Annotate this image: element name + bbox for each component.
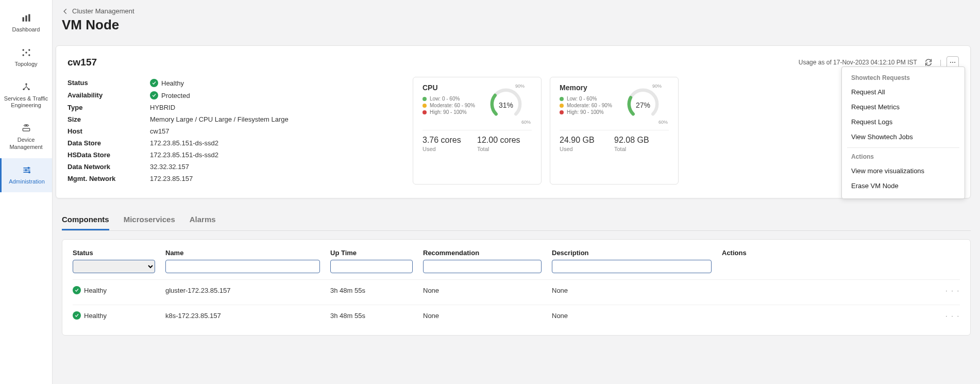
detail-value: Protected (150, 91, 190, 99)
svg-rect-11 (23, 128, 29, 131)
check-icon (150, 91, 158, 99)
detail-value: 172.23.85.157 (150, 175, 193, 182)
detail-value: cw157 (150, 127, 170, 135)
components-table: Status Name Up Time Recommendation Descr… (62, 239, 971, 336)
ellipsis-icon (949, 59, 956, 66)
gauge-value: 31% (499, 101, 513, 109)
menu-request-logs[interactable]: Request Logs (842, 114, 965, 129)
menu-request-all[interactable]: Request All (842, 85, 965, 99)
topology-icon (21, 47, 32, 58)
menu-header: Actions (842, 151, 965, 163)
row-actions-button[interactable]: · · · (722, 312, 960, 320)
cell-name: gluster-172.23.85.157 (165, 287, 320, 294)
detail-value: Memory Large / CPU Large / Filesystem La… (150, 115, 289, 123)
svg-point-7 (28, 54, 30, 56)
gauge-used: 3.76 cores (423, 136, 477, 145)
menu-request-metrics[interactable]: Request Metrics (842, 99, 965, 114)
detail-key: Data Network (67, 163, 150, 171)
svg-point-16 (950, 62, 951, 63)
svg-point-3 (25, 52, 27, 53)
filter-recommendation[interactable] (423, 260, 542, 273)
col-header-actions: Actions (722, 249, 960, 257)
check-icon (73, 311, 81, 320)
cell-description: None (552, 287, 712, 294)
sidebar-item-label: Dashboard (12, 26, 40, 34)
svg-rect-2 (28, 14, 30, 22)
detail-row: Mgmt. Network172.23.85.157 (67, 173, 397, 185)
gauge-legend: Low: 0 - 60% Moderate: 60 - 90% High: 90… (423, 96, 480, 115)
detail-key: Mgmt. Network (67, 175, 150, 182)
refresh-icon (924, 58, 933, 66)
detail-row: SizeMemory Large / CPU Large / Filesyste… (67, 113, 397, 125)
detail-value: Healthy (150, 79, 184, 87)
filter-uptime[interactable] (330, 260, 413, 273)
filter-description[interactable] (552, 260, 712, 273)
col-header-description: Description (552, 249, 712, 257)
cell-uptime: 3h 48m 55s (330, 312, 413, 320)
gauge-title: Memory (560, 84, 617, 92)
detail-key: HSData Store (67, 151, 150, 159)
svg-point-15 (29, 171, 30, 173)
detail-row: TypeHYBRID (67, 102, 397, 113)
svg-point-13 (28, 167, 29, 169)
services-icon (21, 81, 32, 93)
tab-microservices[interactable]: Microservices (124, 210, 175, 230)
page-title: VM Node (62, 17, 971, 33)
detail-row: StatusHealthy (67, 77, 397, 89)
sidebar-item-label: Device Management (3, 137, 49, 151)
cell-status: Healthy (73, 311, 155, 320)
gauge-used: 24.90 GB (560, 136, 614, 145)
gauge-chart: 90% 27% 60% (617, 84, 669, 125)
sidebar-item-device-mgmt[interactable]: Device Management (0, 116, 52, 158)
node-card: cw157 Usage as of 17-Nov-2023 04:12:10 P… (56, 45, 971, 198)
menu-view-viz[interactable]: View more visualizations (842, 163, 965, 178)
sidebar: Dashboard Topology Services & Traffic En… (0, 0, 53, 384)
cell-description: None (552, 312, 712, 320)
filter-name[interactable] (165, 260, 320, 273)
col-header-status: Status (73, 249, 155, 257)
device-icon (21, 123, 32, 134)
filter-status[interactable] (73, 260, 155, 273)
dashboard-icon (21, 12, 32, 24)
tab-components[interactable]: Components (62, 210, 109, 230)
node-name: cw157 (67, 57, 97, 68)
svg-point-5 (28, 49, 30, 51)
gauge-value: 27% (636, 101, 650, 109)
cell-uptime: 3h 48m 55s (330, 287, 413, 294)
sidebar-item-label: Topology (14, 61, 37, 68)
row-actions-button[interactable]: · · · (722, 287, 960, 294)
sidebar-item-label: Administration (9, 178, 45, 186)
sidebar-item-dashboard[interactable]: Dashboard (0, 6, 52, 41)
arrow-left-icon (62, 8, 69, 15)
svg-point-4 (22, 49, 24, 51)
detail-key: Size (67, 115, 150, 123)
menu-view-showtech[interactable]: View Showtech Jobs (842, 129, 965, 144)
breadcrumb-back[interactable]: Cluster Management (62, 7, 971, 15)
gauge-title: CPU (423, 84, 480, 92)
menu-erase-vm[interactable]: Erase VM Node (842, 178, 965, 193)
col-header-uptime: Up Time (330, 249, 413, 257)
svg-point-14 (25, 169, 27, 171)
table-row: Healthy gluster-172.23.85.157 3h 48m 55s… (73, 279, 960, 300)
detail-value: 172.23.85.151-ds-ssd2 (150, 151, 218, 159)
gauge-total: 12.00 cores (477, 136, 532, 145)
detail-key: Status (67, 79, 150, 87)
usage-timestamp: Usage as of 17-Nov-2023 04:12:10 PM IST (799, 59, 917, 66)
col-header-name: Name (165, 249, 320, 257)
table-row: Healthy k8s-172.23.85.157 3h 48m 55s Non… (73, 305, 960, 326)
sidebar-item-topology[interactable]: Topology (0, 41, 52, 75)
col-header-recommendation: Recommendation (423, 249, 542, 257)
cell-status: Healthy (73, 286, 155, 294)
svg-rect-0 (22, 17, 24, 21)
detail-row: HSData Store172.23.85.151-ds-ssd2 (67, 149, 397, 161)
tab-alarms[interactable]: Alarms (190, 210, 216, 230)
svg-point-18 (954, 62, 955, 63)
gauge-total: 92.08 GB (614, 136, 669, 145)
gauge-card: CPU Low: 0 - 60% Moderate: 60 - 90% High… (413, 77, 542, 185)
gauge-legend: Low: 0 - 60% Moderate: 60 - 90% High: 90… (560, 96, 617, 115)
detail-key: Type (67, 104, 150, 111)
detail-row: Data Network32.32.32.157 (67, 161, 397, 173)
sidebar-item-administration[interactable]: Administration (0, 158, 52, 193)
sidebar-item-services[interactable]: Services & Traffic Engineering (0, 75, 52, 117)
table-header-row: Status Name Up Time Recommendation Descr… (73, 249, 960, 273)
